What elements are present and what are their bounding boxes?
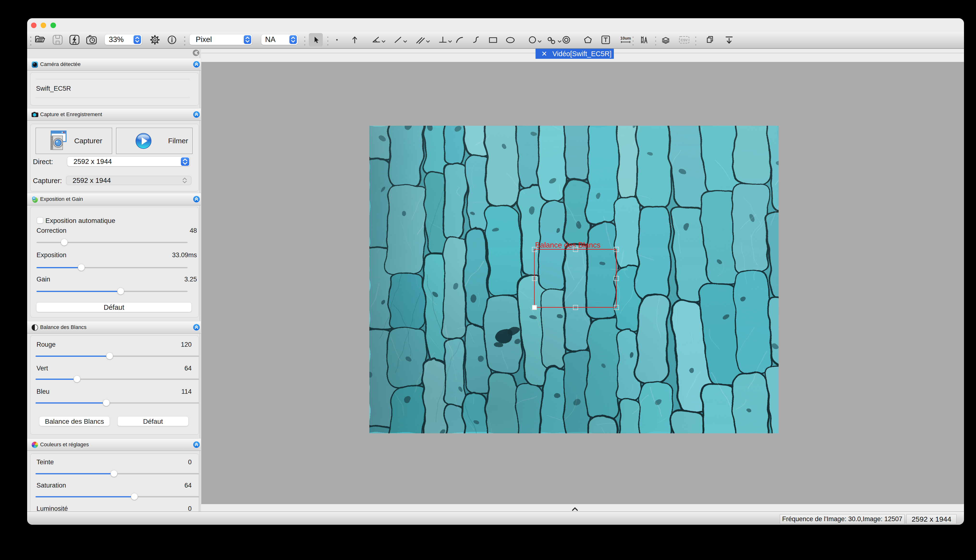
- svg-text:CSV: CSV: [681, 38, 688, 42]
- svg-text:10um: 10um: [620, 36, 631, 40]
- svg-text:Balance des Blancs: Balance des Blancs: [535, 241, 600, 249]
